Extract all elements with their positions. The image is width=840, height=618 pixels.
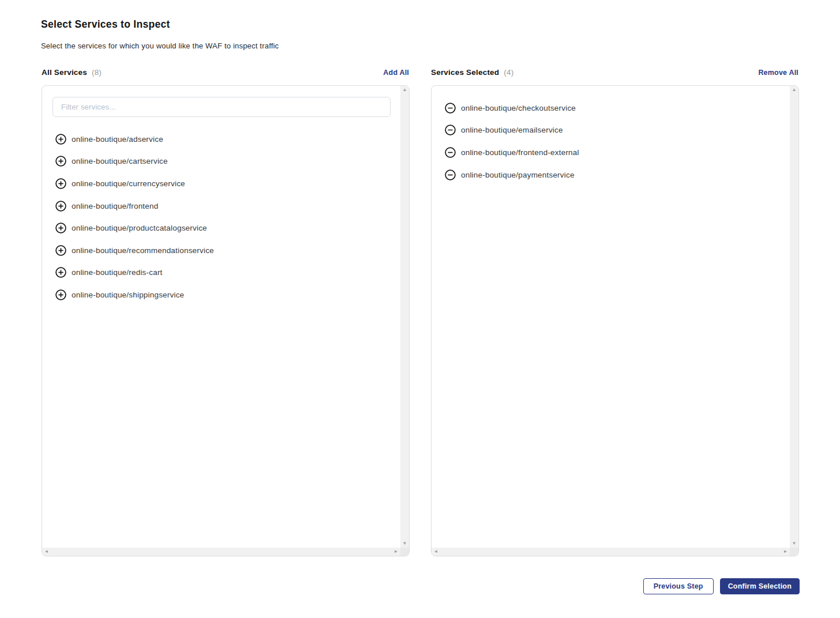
service-row[interactable]: online-boutique/frontend-external xyxy=(432,141,790,164)
service-row[interactable]: online-boutique/redis-cart xyxy=(42,262,400,284)
service-label: online-boutique/recommendationservice xyxy=(72,246,214,255)
plus-circle-icon[interactable] xyxy=(55,156,66,167)
page-title: Select Services to Inspect xyxy=(41,18,170,31)
service-label: online-boutique/frontend-external xyxy=(461,148,579,157)
service-label: online-boutique/productcatalogservice xyxy=(72,224,207,232)
minus-circle-icon[interactable] xyxy=(445,125,456,135)
service-label: online-boutique/paymentservice xyxy=(461,171,575,179)
minus-circle-icon[interactable] xyxy=(445,103,456,114)
minus-circle-icon[interactable] xyxy=(445,147,456,158)
plus-circle-icon[interactable] xyxy=(55,223,66,233)
services-selected-panel-content: online-boutique/checkoutservice online-b… xyxy=(432,86,790,548)
service-row[interactable]: online-boutique/productcatalogservice xyxy=(42,217,400,239)
all-services-count: (8) xyxy=(92,68,102,77)
service-row[interactable]: online-boutique/cartservice xyxy=(42,150,400,173)
service-row[interactable]: online-boutique/paymentservice xyxy=(432,164,790,186)
service-label: online-boutique/shippingservice xyxy=(72,291,184,299)
service-row[interactable]: online-boutique/currencyservice xyxy=(42,172,400,195)
plus-circle-icon[interactable] xyxy=(55,178,66,189)
all-services-label: All Services xyxy=(42,68,87,77)
plus-circle-icon[interactable] xyxy=(55,289,66,300)
all-services-header: All Services (8) Add All xyxy=(42,68,409,80)
services-selected-count: (4) xyxy=(504,68,513,77)
remove-all-link[interactable]: Remove All xyxy=(758,69,798,77)
service-label: online-boutique/redis-cart xyxy=(72,268,163,277)
page-subtitle: Select the services for which you would … xyxy=(41,42,279,50)
service-row[interactable]: online-boutique/frontend xyxy=(42,195,400,217)
scroll-left-icon[interactable]: ◄ xyxy=(432,548,440,556)
scroll-up-icon[interactable]: ▲ xyxy=(790,86,798,94)
service-label: online-boutique/currencyservice xyxy=(72,179,185,188)
service-row[interactable]: online-boutique/adservice xyxy=(42,128,400,150)
service-row[interactable]: online-boutique/shippingservice xyxy=(42,284,400,306)
plus-circle-icon[interactable] xyxy=(55,201,66,212)
add-all-link[interactable]: Add All xyxy=(383,69,409,77)
filter-services-input[interactable] xyxy=(52,97,391,117)
services-selected-header: Services Selected (4) Remove All xyxy=(431,68,798,80)
scrollbar-corner xyxy=(790,548,798,556)
minus-circle-icon[interactable] xyxy=(445,169,456,180)
scroll-right-icon[interactable]: ► xyxy=(392,548,400,556)
plus-circle-icon[interactable] xyxy=(55,267,66,278)
service-row[interactable]: online-boutique/emailservice xyxy=(432,119,790,142)
vertical-scrollbar[interactable]: ▲ ▼ xyxy=(790,86,798,548)
selected-services-list: online-boutique/checkoutservice online-b… xyxy=(432,97,790,186)
confirm-selection-button[interactable]: Confirm Selection xyxy=(720,578,800,594)
all-services-panel: online-boutique/adservice online-boutiqu… xyxy=(42,85,410,556)
service-label: online-boutique/checkoutservice xyxy=(461,104,576,112)
scroll-down-icon[interactable]: ▼ xyxy=(400,540,409,548)
scroll-up-icon[interactable]: ▲ xyxy=(400,86,409,94)
service-label: online-boutique/frontend xyxy=(72,202,158,210)
all-services-panel-content: online-boutique/adservice online-boutiqu… xyxy=(42,86,400,548)
services-selected-panel: online-boutique/checkoutservice online-b… xyxy=(431,85,799,556)
scrollbar-corner xyxy=(400,548,409,556)
plus-circle-icon[interactable] xyxy=(55,134,66,145)
vertical-scrollbar[interactable]: ▲ ▼ xyxy=(400,86,409,548)
previous-step-button[interactable]: Previous Step xyxy=(643,578,714,594)
service-label: online-boutique/adservice xyxy=(72,135,163,144)
scroll-down-icon[interactable]: ▼ xyxy=(790,540,798,548)
service-label: online-boutique/cartservice xyxy=(72,157,168,165)
waf-service-selection-page: Select Services to Inspect Select the se… xyxy=(0,0,840,618)
horizontal-scrollbar[interactable]: ◄ ► xyxy=(42,548,400,556)
scroll-right-icon[interactable]: ► xyxy=(781,548,790,556)
all-services-list: online-boutique/adservice online-boutiqu… xyxy=(42,128,400,306)
scroll-left-icon[interactable]: ◄ xyxy=(42,548,51,556)
service-row[interactable]: online-boutique/recommendationservice xyxy=(42,239,400,262)
services-selected-label: Services Selected xyxy=(431,68,499,77)
horizontal-scrollbar[interactable]: ◄ ► xyxy=(432,548,790,556)
plus-circle-icon[interactable] xyxy=(55,245,66,256)
service-label: online-boutique/emailservice xyxy=(461,126,563,134)
service-row[interactable]: online-boutique/checkoutservice xyxy=(432,97,790,119)
footer-actions: Previous Step Confirm Selection xyxy=(643,578,800,594)
